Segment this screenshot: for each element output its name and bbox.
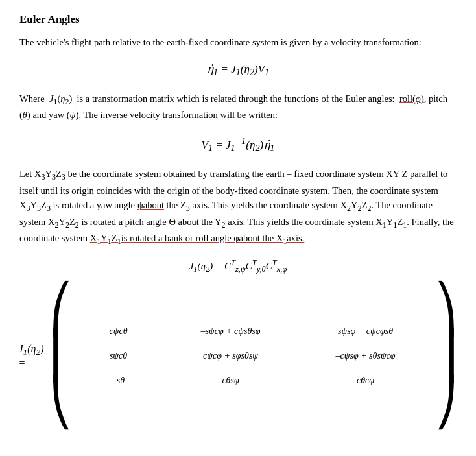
yaw-about-label: ψabout (137, 200, 164, 210)
rotated-label: rotated (90, 217, 116, 227)
matrix-grid: cψcθ –sψcφ + cψsθsφ sψsφ + cψcφsθ sψcθ c… (77, 320, 431, 392)
matrix-cell-2-1: cθsφ (166, 376, 296, 386)
page-title: Euler Angles (19, 13, 457, 26)
matrix-cell-1-1: cψcφ + sφsθsψ (166, 351, 296, 361)
matrix-bracket-right: ⎞⎟⎠ (434, 286, 458, 426)
matrix-container: J1(η2) = ⎛⎜⎝ cψcθ –sψcφ + cψsθsφ sψsφ + … (19, 286, 457, 426)
where-detail: is a transformation matrix which is rela… (77, 93, 395, 104)
formula-eta-dot: η̇1 = J1(η2)V1 (19, 62, 457, 78)
matrix-label: J1(η2) = (18, 343, 43, 369)
where-paragraph: Where J1(η2) is a transformation matrix … (19, 91, 457, 123)
matrix-bracket-left: ⎛⎜⎝ (49, 286, 73, 426)
matrix-cell-1-0: sψcθ (77, 351, 161, 361)
matrix-cell-1-2: –cψsφ + sθsψcφ (301, 351, 431, 361)
where-label: Where (19, 93, 45, 104)
intro-paragraph: The vehicle's flight path relative to th… (19, 35, 457, 49)
formula-j1-cct: J1(η2) = CTz,ψCTy,θCTx,φ (19, 258, 457, 274)
matrix-cell-0-0: cψcθ (77, 326, 161, 337)
matrix-cell-2-2: cθcφ (301, 376, 431, 386)
matrix-cell-0-2: sψsφ + cψcφsθ (301, 326, 431, 337)
roll-label: roll(φ) (399, 93, 424, 104)
x1y1z1-label: X1Y1Z1is rotated a bank or roll angle φa… (90, 233, 305, 243)
matrix-cell-2-0: –sθ (77, 376, 161, 386)
matrix-wrapper: ⎛⎜⎝ cψcθ –sψcφ + cψsθsφ sψsφ + cψcφsθ sψ… (49, 286, 458, 426)
matrix-cell-0-1: –sψcφ + cψsθsφ (166, 326, 296, 337)
formula-v1-inverse: V1 = J1−1(η2)η̇1 (19, 136, 457, 154)
coordinate-system-paragraph: Let X3Y3Z3 be the coordinate system obta… (19, 167, 457, 248)
